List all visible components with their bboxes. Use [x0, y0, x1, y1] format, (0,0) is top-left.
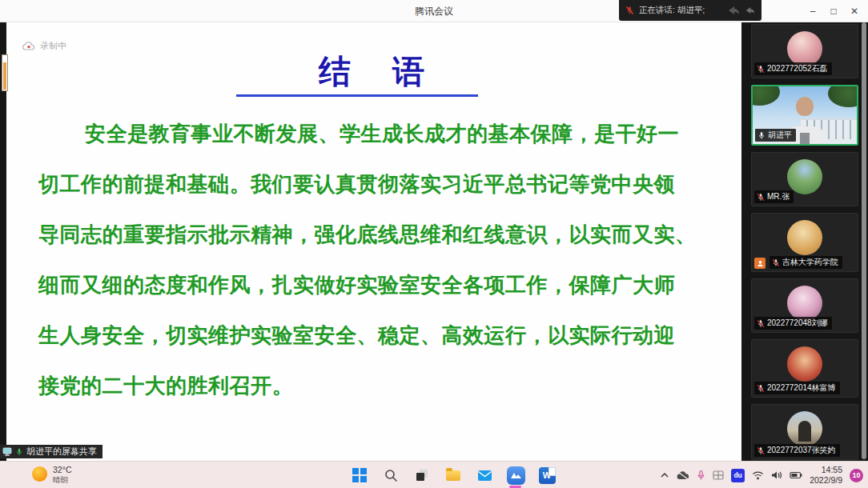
tray-chevron-icon[interactable]: [660, 472, 669, 478]
participant-tile[interactable]: 2022772014林富博: [751, 339, 858, 398]
baidu-ime-icon[interactable]: du: [731, 469, 745, 482]
video-tree: [751, 85, 780, 106]
participant-tile[interactable]: 2022772048刘娜: [751, 278, 858, 333]
participant-tile-active-speaker[interactable]: 胡进平: [751, 85, 858, 146]
close-button[interactable]: ✕: [846, 2, 863, 20]
muted-mic-icon: [757, 446, 765, 455]
weather-condition: 晴朗: [53, 475, 71, 484]
word-icon: W: [539, 467, 556, 484]
search-button[interactable]: [381, 466, 400, 485]
start-button[interactable]: [350, 466, 369, 485]
maximize-button[interactable]: □: [825, 2, 842, 20]
weather-temperature: 32°C: [53, 465, 71, 475]
participant-name: 吉林大学药学院: [782, 257, 838, 268]
participant-name: 2022772052石磊: [767, 63, 828, 74]
title-underline: [236, 94, 478, 97]
desktop: 腾讯会议 正在讲话: 胡进平; – □ ✕ 录制中 结 语 安全是教育事业不断发…: [0, 0, 868, 488]
shared-screen-slide: 录制中 结 语 安全是教育事业不断发展、学生成长成才的基本保障，是干好一 切工作…: [6, 22, 741, 461]
body-line: 切工作的前提和基础。我们要认真贯彻落实习近平总书记等党中央领: [38, 166, 729, 216]
body-line: 导同志的重要指示批示精神，强化底线思维和红线意识，以实而又实、: [38, 216, 729, 266]
folder-icon: [446, 470, 460, 481]
tencent-meeting-button[interactable]: [506, 466, 525, 485]
screen-share-banner: 胡进平的屏幕共享: [0, 445, 102, 458]
body-line: 细而又细的态度和作风，扎实做好实验室安全各项工作，保障广大师: [38, 266, 729, 317]
participant-name-tag: 2022772052石磊: [754, 62, 832, 75]
participant-name: MR.张: [767, 191, 790, 202]
avatar: [787, 159, 822, 194]
mail-button[interactable]: [475, 466, 494, 485]
active-mic-icon: [15, 447, 23, 457]
participant-name-tag: 2022772048刘娜: [754, 317, 832, 330]
mail-icon: [477, 470, 492, 482]
participant-name: 2022772048刘娜: [767, 318, 828, 329]
participant-tile[interactable]: 2022772052石磊: [751, 24, 858, 78]
participant-name-tag: 胡进平: [755, 129, 796, 142]
sun-icon: [32, 466, 47, 482]
cloud-icon[interactable]: [677, 471, 689, 480]
microphone-icon[interactable]: [697, 470, 705, 481]
speaking-indicator-text: 正在讲话: 胡进平;: [639, 5, 722, 16]
participant-name-tag: 2022772014林富博: [754, 382, 840, 394]
word-button[interactable]: W: [537, 466, 557, 485]
active-mic-icon: [757, 131, 766, 140]
slide-title: 结 语: [6, 50, 741, 94]
body-line: 安全是教育事业不断发展、学生成长成才的基本保障，是干好一: [38, 115, 729, 166]
windows-taskbar: 32°C 晴朗 W: [0, 461, 868, 488]
clock-date: 2022/9/9: [810, 475, 842, 486]
participant-tile[interactable]: 吉林大学药学院: [751, 213, 858, 272]
video-person-head: [796, 97, 814, 116]
participants-sidebar: 2022772052石磊 胡进平: [751, 24, 858, 460]
participant-name-tag: 吉林大学药学院: [770, 256, 842, 269]
body-line: 接党的二十大的胜利召开。: [38, 367, 729, 418]
avatar: [787, 411, 822, 446]
taskbar-clock[interactable]: 14:55 2022/9/9: [810, 465, 842, 486]
ime-icon[interactable]: [713, 470, 724, 480]
avatar: [787, 286, 822, 321]
participant-name: 2022772014林富博: [767, 382, 836, 394]
meeting-main-area: 录制中 结 语 安全是教育事业不断发展、学生成长成才的基本保障，是干好一 切工作…: [0, 22, 868, 461]
avatar: [787, 346, 822, 382]
video-person-collar: [800, 133, 810, 144]
windows-logo-icon: [352, 468, 367, 482]
video-tree: [828, 85, 858, 107]
member-badge-icon: [754, 258, 766, 269]
notification-count-badge[interactable]: 10: [850, 469, 863, 482]
minimize-button[interactable]: –: [804, 2, 822, 20]
volume-icon[interactable]: [771, 470, 782, 480]
participant-name-tag: 2022772037张笑妁: [754, 444, 840, 457]
body-line: 生人身安全，切实维护实验室安全、稳定、高效运行，以实际行动迎: [38, 317, 729, 367]
muted-mic-icon: [757, 384, 765, 393]
muted-mic-icon: [772, 258, 780, 267]
share-arrow-icon[interactable]: [727, 5, 740, 16]
taskbar-weather-widget[interactable]: 32°C 晴朗: [32, 465, 71, 484]
meeting-window-titlebar: 腾讯会议 正在讲话: 胡进平; – □ ✕: [0, 0, 868, 22]
active-speaker-overlay: 正在讲话: 胡进平;: [619, 0, 762, 21]
wifi-icon[interactable]: [752, 470, 764, 480]
avatar: [787, 220, 822, 255]
monitor-icon: [2, 447, 12, 456]
reply-arrow-icon[interactable]: [745, 5, 755, 16]
muted-mic-icon: [757, 65, 765, 74]
clock-time: 14:55: [822, 465, 842, 475]
participant-tile[interactable]: MR.张: [751, 152, 858, 206]
sidebar-scrollbar[interactable]: [862, 22, 866, 459]
slide-body-text: 安全是教育事业不断发展、学生成长成才的基本保障，是干好一 切工作的前提和基础。我…: [38, 115, 729, 418]
tencent-meeting-icon: [507, 466, 525, 485]
file-explorer-button[interactable]: [444, 466, 463, 485]
muted-mic-icon: [625, 6, 634, 15]
muted-mic-icon: [757, 193, 765, 202]
window-controls: – □ ✕: [804, 0, 863, 22]
muted-mic-icon: [757, 319, 765, 328]
avatar: [787, 31, 822, 66]
participant-tile[interactable]: 2022772037张笑妁: [751, 404, 858, 460]
task-view-icon: [415, 468, 429, 482]
task-view-button[interactable]: [412, 466, 432, 485]
taskbar-system-tray: du 14:55 2022/9/9 10: [660, 462, 863, 488]
participant-name: 胡进平: [768, 130, 792, 141]
participant-name-tag: MR.张: [754, 190, 794, 203]
participant-name: 2022772037张笑妁: [767, 445, 836, 456]
taskbar-app-icons: W: [350, 462, 557, 488]
share-banner-label: 胡进平的屏幕共享: [26, 446, 97, 458]
battery-icon[interactable]: [790, 471, 802, 479]
search-icon: [384, 469, 398, 482]
